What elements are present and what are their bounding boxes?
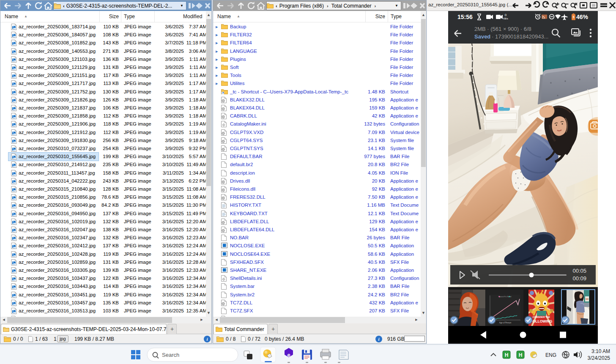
svg-text:00:09: 00:09 (572, 275, 586, 282)
svg-text:00:05: 00:05 (572, 268, 586, 274)
svg-text:ENG: ENG (545, 352, 556, 358)
svg-text:H: H (519, 352, 523, 358)
svg-text:0: 0 (505, 13, 507, 17)
svg-text:e: e (287, 352, 290, 358)
svg-text:KB/s: KB/s (503, 17, 508, 20)
svg-text:H: H (505, 352, 509, 358)
svg-text:Search: Search (162, 352, 179, 358)
